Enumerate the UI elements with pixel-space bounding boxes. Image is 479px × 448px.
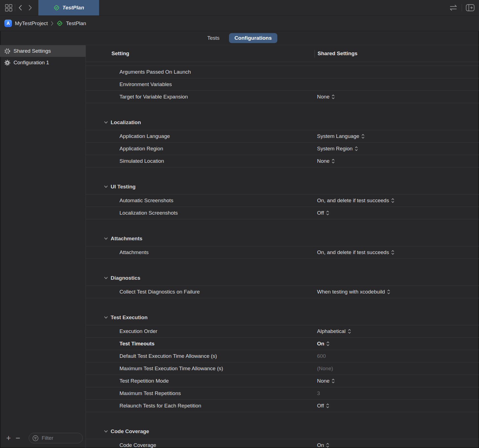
setting-value[interactable]: When testing with xcodebuild [317,289,390,295]
filter-field[interactable] [29,433,83,443]
setting-label: Default Test Execution Time Allowance (s… [119,353,217,359]
filter-input[interactable] [41,435,79,441]
setting-row-relaunch-tests-for-each-repetition[interactable]: Relaunch Tests for Each Repetition Off [86,400,479,412]
section-header-localization[interactable]: Localization [86,115,479,130]
column-divider[interactable] [315,50,315,58]
segment-tests[interactable]: Tests [202,33,225,43]
setting-row-test-timeouts[interactable]: Test Timeouts On [86,338,479,350]
setting-value[interactable]: (None) [317,366,333,372]
tab-overview-button[interactable] [2,0,15,15]
section-gap [86,412,479,424]
setting-label: Automatic Screenshots [119,198,173,204]
editor-tab-testplan[interactable]: TestPlan [38,0,99,15]
chevron-down-icon [104,185,108,188]
section-title: UI Testing [111,184,135,190]
setting-value[interactable]: On [317,341,329,347]
section-header-attachments[interactable]: Attachments [86,231,479,246]
toolbar-divider [462,4,462,11]
setting-row-arguments-passed-on-launch[interactable]: Arguments Passed On Launch [86,66,479,78]
setting-row-attachments[interactable]: Attachments On, and delete if test succe… [86,246,479,259]
setting-value-text: None [317,94,329,100]
setting-label: Maximum Test Repetitions [119,390,181,396]
popup-arrows-icon [348,329,351,334]
setting-row-automatic-screenshots[interactable]: Automatic Screenshots On, and delete if … [86,194,479,207]
setting-value-text: None [317,158,329,164]
setting-row-target-for-variable-expansion[interactable]: Target for Variable Expansion None [86,91,479,103]
setting-row-code-coverage[interactable]: Code Coverage On [86,439,479,448]
setting-value[interactable]: 600 [317,353,326,359]
popup-arrows-icon [391,250,394,255]
section-header-test-execution[interactable]: Test Execution [86,310,479,325]
setting-value[interactable]: Alphabetical [317,328,351,334]
setting-row-default-test-execution-time-allowance-s-[interactable]: Default Test Execution Time Allowance (s… [86,350,479,362]
tab-bar: TestPlan [0,0,479,16]
setting-value[interactable]: On, and delete if test succeeds [317,198,394,204]
setting-row-localization-screenshots[interactable]: Localization Screenshots Off [86,207,479,219]
breadcrumb-project[interactable]: MyTestProject [15,20,48,26]
section-title: Test Execution [111,314,148,321]
swap-editor-button[interactable] [449,4,458,11]
setting-label: Environment Variables [119,81,172,87]
setting-row-test-repetition-mode[interactable]: Test Repetition Mode None [86,375,479,387]
scrolled-partial-row [86,62,479,66]
setting-row-maximum-test-repetitions[interactable]: Maximum Test Repetitions 3 [86,387,479,400]
setting-row-application-language[interactable]: Application Language System Language [86,130,479,143]
popup-arrows-icon [326,403,329,408]
section-gap [86,167,479,179]
setting-row-application-region[interactable]: Application Region System Region [86,143,479,155]
setting-value-text: System Region [317,146,353,152]
table-header: Setting Shared Settings [86,45,479,62]
navigate-forward-button[interactable] [25,0,35,15]
popup-arrows-icon [332,94,335,99]
section-title: Attachments [111,236,142,242]
setting-row-simulated-location[interactable]: Simulated Location None [86,155,479,167]
setting-value[interactable]: None [317,94,335,100]
configuration-gear-icon [4,60,10,66]
setting-value[interactable]: None [317,378,335,384]
section-gap [86,298,479,310]
setting-value[interactable]: None [317,158,335,164]
popup-arrows-icon [326,210,329,215]
add-editor-button[interactable] [466,4,475,11]
setting-value[interactable]: System Language [317,133,364,139]
setting-value[interactable]: System Region [317,146,358,152]
section-header-ui-testing[interactable]: UI Testing [86,179,479,194]
setting-value[interactable]: On [317,442,329,448]
setting-value[interactable]: 3 [317,390,320,396]
popup-arrows-icon [391,198,394,203]
setting-value-text: None [317,378,329,384]
setting-row-execution-order[interactable]: Execution Order Alphabetical [86,325,479,338]
chevron-down-icon [104,430,108,433]
sidebar-item-shared-settings[interactable]: Shared Settings [0,45,86,57]
remove-configuration-button[interactable]: − [13,433,23,443]
segment-configurations[interactable]: Configurations [229,33,277,43]
add-configuration-button[interactable]: + [4,433,13,443]
testplan-check-diamond-icon [57,20,63,26]
setting-label: Attachments [119,249,149,255]
setting-value[interactable]: Off [317,403,329,409]
setting-row-maximum-test-execution-time-allowance-s-[interactable]: Maximum Test Execution Time Allowance (s… [86,362,479,375]
breadcrumb-document[interactable]: TestPlan [66,20,86,26]
sidebar-bottom-bar: + − [0,431,86,448]
setting-value-text: System Language [317,133,359,139]
chevron-right-icon [28,5,32,11]
chevron-down-icon [104,277,108,279]
setting-value[interactable]: On, and delete if test succeeds [317,249,394,255]
tests-configurations-segmented-control: TestsConfigurations [202,33,277,43]
setting-label: Test Timeouts [119,341,155,347]
setting-value-text: 3 [317,390,320,396]
section-gap [86,219,479,231]
sidebar-item-configuration-1[interactable]: Configuration 1 [0,57,86,68]
section-header-code-coverage[interactable]: Code Coverage [86,424,479,439]
sidebar-item-label: Shared Settings [14,48,51,54]
setting-value[interactable]: Off [317,210,329,216]
setting-value-text: On, and delete if test succeeds [317,249,389,255]
setting-label: Target for Variable Expansion [119,94,188,100]
setting-row-environment-variables[interactable]: Environment Variables [86,78,479,91]
section-header-diagnostics[interactable]: Diagnostics [86,270,479,286]
popup-arrows-icon [355,146,358,151]
setting-row-collect-test-diagnostics-on-failure[interactable]: Collect Test Diagnostics on Failure When… [86,286,479,298]
navigate-back-button[interactable] [15,0,25,15]
setting-label: Execution Order [119,328,157,334]
chevron-down-icon [104,121,108,124]
